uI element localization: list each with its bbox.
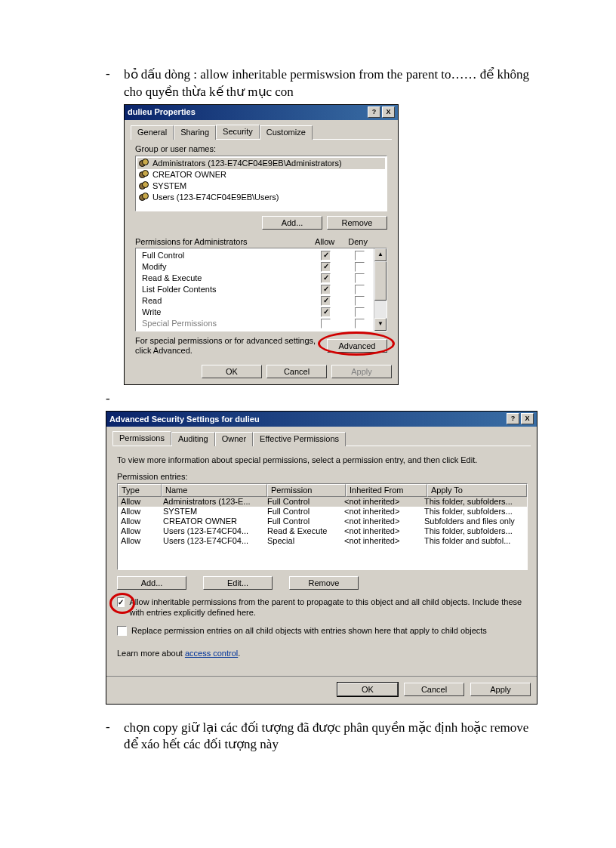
apply-button[interactable]: Apply bbox=[470, 683, 531, 696]
perm-header: Permissions for Administrators Allow Den… bbox=[135, 237, 387, 246]
col-permission[interactable]: Permission bbox=[267, 484, 346, 497]
dialog-title: Advanced Security Settings for dulieu bbox=[109, 415, 260, 424]
learn-more: Learn more about access control. bbox=[117, 649, 526, 658]
perm-row: Read bbox=[137, 295, 372, 307]
group-label: Group or user names: bbox=[135, 144, 387, 153]
group-icon bbox=[139, 181, 149, 190]
entries-table[interactable]: Type Name Permission Inherited From Appl… bbox=[117, 483, 528, 570]
table-row[interactable]: AllowUsers (123-E74CF04...Read & Execute… bbox=[118, 526, 527, 536]
allow-checkbox[interactable] bbox=[321, 307, 331, 317]
add-button[interactable]: Add... bbox=[117, 576, 186, 590]
replace-checkbox[interactable] bbox=[117, 626, 127, 636]
dialog-title: dulieu Properties bbox=[128, 107, 196, 116]
group-icon bbox=[139, 170, 149, 179]
close-button[interactable]: X bbox=[382, 106, 395, 118]
group-icon bbox=[139, 193, 149, 202]
deny-checkbox[interactable] bbox=[355, 262, 365, 272]
perm-row: Modify bbox=[137, 261, 372, 273]
deny-checkbox[interactable] bbox=[355, 307, 365, 317]
deny-label: Deny bbox=[348, 237, 368, 246]
advanced-button[interactable]: Advanced bbox=[327, 339, 387, 353]
table-row[interactable]: AllowUsers (123-E74CF04...Special<not in… bbox=[118, 536, 527, 546]
list-item[interactable]: Administrators (123-E74CF04E9EB\Administ… bbox=[137, 158, 385, 169]
add-remove-row: Add... Remove bbox=[135, 216, 387, 230]
list-item[interactable]: SYSTEM bbox=[137, 180, 385, 192]
apply-button[interactable]: Apply bbox=[331, 365, 392, 378]
inherit-check-row: Allow inheritable permissions from the p… bbox=[117, 597, 526, 618]
tab-auditing[interactable]: Auditing bbox=[171, 432, 215, 446]
titlebar-buttons: ? X bbox=[368, 106, 395, 118]
scrollbar[interactable]: ▲ ▼ bbox=[374, 248, 387, 331]
deny-checkbox[interactable] bbox=[355, 273, 365, 283]
lone-dash: - bbox=[106, 391, 541, 406]
table-row[interactable]: AllowSYSTEMFull Control<not inherited>Th… bbox=[118, 507, 527, 517]
tab-effective[interactable]: Effective Permissions bbox=[253, 432, 346, 446]
tabs: General Sharing Security Customize bbox=[125, 120, 398, 139]
edit-button[interactable]: Edit... bbox=[203, 576, 273, 590]
access-control-link[interactable]: access control bbox=[185, 649, 238, 658]
dialog-buttons: OK Cancel Apply bbox=[106, 676, 537, 696]
bullet-dash: - bbox=[106, 720, 124, 735]
bullet-text: bỏ dấu dòng : allow inheritable permisws… bbox=[124, 66, 541, 101]
tab-customize[interactable]: Customize bbox=[260, 125, 313, 140]
bullet-item: - bỏ dấu dòng : allow inheritable permis… bbox=[106, 66, 541, 101]
bullet-item: - chọn copy giữ lại các đối tượng đã đượ… bbox=[106, 720, 541, 754]
group-icon bbox=[139, 159, 149, 168]
ok-button[interactable]: OK bbox=[337, 683, 398, 696]
list-item[interactable]: CREATOR OWNER bbox=[137, 169, 385, 180]
properties-dialog: dulieu Properties ? X General Sharing Se… bbox=[124, 104, 399, 385]
perm-row: Full Control bbox=[137, 250, 372, 261]
tab-permissions[interactable]: Permissions bbox=[112, 431, 171, 446]
entries-label: Permission entries: bbox=[117, 472, 526, 481]
allow-checkbox[interactable] bbox=[321, 285, 331, 294]
remove-button[interactable]: Remove bbox=[327, 216, 387, 230]
tab-owner[interactable]: Owner bbox=[215, 432, 253, 446]
scroll-thumb[interactable] bbox=[374, 261, 387, 301]
table-row[interactable]: AllowCREATOR OWNERFull Control<not inher… bbox=[118, 517, 527, 526]
group-listbox[interactable]: Administrators (123-E74CF04E9EB\Administ… bbox=[135, 156, 387, 211]
close-button[interactable]: X bbox=[521, 413, 534, 424]
cancel-button[interactable]: Cancel bbox=[404, 683, 464, 696]
titlebar-buttons: ? X bbox=[507, 413, 534, 424]
add-button[interactable]: Add... bbox=[262, 216, 322, 230]
perm-row: Read & Execute bbox=[137, 273, 372, 284]
allow-checkbox[interactable] bbox=[321, 319, 331, 328]
remove-button[interactable]: Remove bbox=[289, 576, 359, 590]
allow-checkbox[interactable] bbox=[321, 251, 331, 261]
tab-body: Group or user names: Administrators (123… bbox=[131, 139, 392, 359]
deny-checkbox[interactable] bbox=[355, 296, 365, 306]
col-type[interactable]: Type bbox=[118, 484, 162, 497]
tab-sharing[interactable]: Sharing bbox=[174, 125, 216, 140]
scroll-up-icon[interactable]: ▲ bbox=[374, 248, 387, 261]
titlebar: dulieu Properties ? X bbox=[125, 105, 398, 120]
titlebar: Advanced Security Settings for dulieu ? … bbox=[106, 412, 537, 427]
allow-checkbox[interactable] bbox=[321, 296, 331, 306]
allow-checkbox[interactable] bbox=[321, 262, 331, 272]
table-body: AllowAdministrators (123-E...Full Contro… bbox=[118, 497, 527, 569]
col-inherited[interactable]: Inherited From bbox=[346, 484, 427, 497]
replace-label: Replace permission entries on all child … bbox=[131, 626, 487, 637]
help-button[interactable]: ? bbox=[368, 106, 380, 118]
tab-security[interactable]: Security bbox=[216, 125, 260, 139]
bullet-text: chọn copy giữ lại các đối tượng đã được … bbox=[124, 720, 541, 754]
deny-checkbox[interactable] bbox=[355, 285, 365, 294]
allow-checkbox[interactable] bbox=[321, 273, 331, 283]
advanced-row: For special permissions or for advanced … bbox=[135, 336, 387, 356]
inherit-checkbox[interactable] bbox=[117, 597, 125, 607]
help-button[interactable]: ? bbox=[507, 413, 519, 424]
tabs: Permissions Auditing Owner Effective Per… bbox=[106, 427, 537, 446]
cancel-button[interactable]: Cancel bbox=[266, 365, 327, 378]
col-name[interactable]: Name bbox=[162, 484, 267, 497]
allow-label: Allow bbox=[315, 237, 334, 246]
ok-button[interactable]: OK bbox=[202, 365, 262, 378]
deny-checkbox[interactable] bbox=[355, 251, 365, 261]
tab-general[interactable]: General bbox=[131, 125, 174, 140]
scroll-down-icon[interactable]: ▼ bbox=[374, 318, 387, 331]
list-item[interactable]: Users (123-E74CF04E9EB\Users) bbox=[137, 192, 385, 203]
deny-checkbox[interactable] bbox=[355, 319, 365, 328]
col-apply[interactable]: Apply To bbox=[427, 484, 527, 497]
perm-grid: Full Control Modify Read & Execute List … bbox=[135, 248, 387, 331]
table-row[interactable]: AllowAdministrators (123-E...Full Contro… bbox=[118, 497, 527, 507]
table-header: Type Name Permission Inherited From Appl… bbox=[118, 484, 527, 497]
perm-row: List Folder Contents bbox=[137, 284, 372, 295]
